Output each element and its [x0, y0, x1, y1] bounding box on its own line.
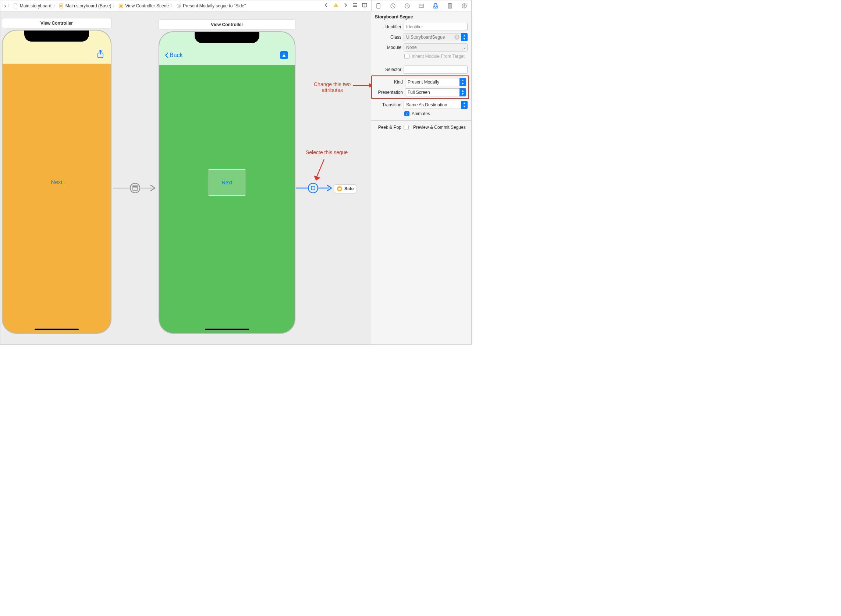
presentation-label: Presentation: [373, 90, 403, 95]
svg-rect-6: [178, 5, 180, 6]
svg-rect-7: [336, 4, 336, 6]
svg-point-25: [308, 183, 318, 193]
breadcrumb-item[interactable]: Present Modally segue to "Side": [176, 3, 246, 9]
breadcrumb-item[interactable]: Main.storyboard (Base) 〉: [59, 3, 117, 9]
phone-notch: [195, 32, 259, 43]
transition-select[interactable]: Same As Destination: [404, 101, 467, 109]
file-inspector-tab[interactable]: [375, 2, 382, 10]
chevron-down-icon: ⌄: [463, 45, 466, 49]
svg-rect-27: [338, 188, 341, 190]
inspector-tab-bar: ?: [371, 0, 471, 12]
animates-label: Animates: [412, 111, 430, 116]
attributes-inspector-tab[interactable]: [432, 2, 440, 10]
svg-rect-15: [419, 4, 423, 8]
viewcontroller-icon: [337, 186, 342, 191]
warning-icon[interactable]: [333, 2, 339, 9]
connections-inspector-tab[interactable]: [460, 2, 468, 10]
storyboard-base-icon: [59, 3, 64, 9]
class-row: Class ✕ ▲▼: [371, 32, 471, 42]
svg-text:?: ?: [406, 4, 408, 8]
module-label: Module: [371, 45, 401, 50]
breadcrumb-item[interactable]: View Controller Scene 〉: [119, 3, 175, 9]
phone-body: Next: [3, 31, 111, 333]
selector-input[interactable]: [404, 66, 467, 73]
scene-icon: [119, 3, 124, 9]
scene-title[interactable]: View Controller: [158, 19, 295, 30]
module-row: Module ⌄: [371, 42, 471, 53]
annotation-arrow-icon: [313, 158, 328, 183]
container-view[interactable]: Next: [209, 169, 245, 196]
annotation-change-attrs: Change this two attributes: [314, 81, 350, 93]
class-stepper[interactable]: ▲▼: [461, 33, 467, 41]
segue-arrow[interactable]: [111, 181, 159, 195]
preview-commit-label: Preview & Commit Segues: [413, 125, 466, 130]
inherit-module-checkbox[interactable]: [404, 54, 409, 59]
presentation-row: Presentation Full Screen ▲▼: [373, 87, 467, 98]
storyboard-canvas[interactable]: View Controller Next View Controller: [0, 12, 371, 345]
phone-mockup-1[interactable]: Next: [2, 30, 111, 334]
scene-title[interactable]: View Controller: [2, 18, 111, 28]
svg-point-5: [177, 4, 181, 8]
kind-select[interactable]: Present Modally: [405, 78, 466, 86]
clear-icon[interactable]: ✕: [454, 35, 460, 40]
home-indicator: [35, 329, 79, 330]
breadcrumb-label: View Controller Scene: [125, 3, 169, 9]
annotation-select-segue: Selecte this segue: [306, 150, 348, 155]
peek-pop-row: Peek & Pop Preview & Commit Segues: [371, 124, 471, 131]
next-button[interactable]: Next: [51, 179, 63, 185]
identity-inspector-tab[interactable]: [417, 2, 425, 10]
identifier-row: Identifier: [371, 22, 471, 32]
selector-row: Selector: [371, 65, 471, 75]
nav-forward-button[interactable]: [343, 2, 349, 9]
svg-rect-23: [133, 186, 137, 187]
history-inspector-tab[interactable]: [389, 2, 397, 10]
identifier-input[interactable]: [404, 23, 467, 31]
transition-row: Transition Same As Destination ▲▼: [371, 100, 471, 110]
class-label: Class: [371, 35, 401, 40]
svg-line-28: [316, 159, 324, 179]
storyboard-file-icon: [13, 3, 18, 9]
outline-toggle-button[interactable]: [352, 2, 358, 9]
chevron-right-icon: 〉: [53, 3, 57, 9]
nav-back-button[interactable]: [323, 2, 329, 9]
breadcrumb-label: Main.storyboard: [20, 3, 51, 9]
kind-stepper[interactable]: ▲▼: [460, 78, 466, 86]
animates-checkbox[interactable]: ✓: [404, 111, 409, 116]
breadcrumb-item[interactable]: Main.storyboard 〉: [13, 3, 57, 9]
chevron-right-icon: 〉: [7, 3, 12, 9]
svg-point-21: [130, 183, 140, 193]
animates-row: ✓ Animates: [371, 110, 471, 117]
identifier-label: Identifier: [371, 24, 401, 29]
selector-label: Selector: [371, 67, 401, 72]
inspector-section-title: Storyboard Segue: [371, 12, 471, 22]
chevron-right-icon: 〉: [113, 3, 117, 9]
breadcrumb-item[interactable]: ls 〉: [3, 3, 12, 9]
breadcrumb-label: Main.storyboard (Base): [66, 3, 111, 9]
module-select[interactable]: [404, 43, 467, 51]
home-indicator: [205, 329, 249, 330]
transition-label: Transition: [371, 102, 401, 107]
transition-stepper[interactable]: ▲▼: [461, 101, 467, 109]
phone-mockup-2[interactable]: Back Next: [158, 31, 295, 334]
preview-commit-checkbox[interactable]: [404, 125, 409, 130]
highlighted-attributes-box: Kind Present Modally ▲▼ Presentation Ful…: [371, 75, 469, 99]
help-inspector-tab[interactable]: ?: [403, 2, 411, 10]
adjust-editor-button[interactable]: [362, 2, 368, 9]
annotation-arrow-icon: [353, 83, 371, 88]
destination-pill[interactable]: Side: [334, 184, 357, 193]
scene-title-label: View Controller: [41, 21, 73, 26]
kind-row: Kind Present Modally ▲▼: [373, 77, 467, 87]
svg-rect-4: [120, 4, 122, 7]
svg-rect-8: [336, 6, 336, 7]
scene-title-label: View Controller: [211, 22, 243, 27]
phone-body: Next: [159, 32, 294, 333]
inherit-module-row: Inherit Module From Target: [371, 53, 471, 60]
size-inspector-tab[interactable]: [446, 2, 454, 10]
next-label: Next: [222, 180, 233, 185]
destination-label: Side: [344, 186, 353, 191]
kind-label: Kind: [373, 79, 403, 85]
presentation-stepper[interactable]: ▲▼: [460, 88, 466, 97]
inherit-module-label: Inherit Module From Target: [412, 54, 464, 59]
svg-rect-2: [60, 5, 62, 7]
presentation-select[interactable]: Full Screen: [405, 88, 466, 97]
